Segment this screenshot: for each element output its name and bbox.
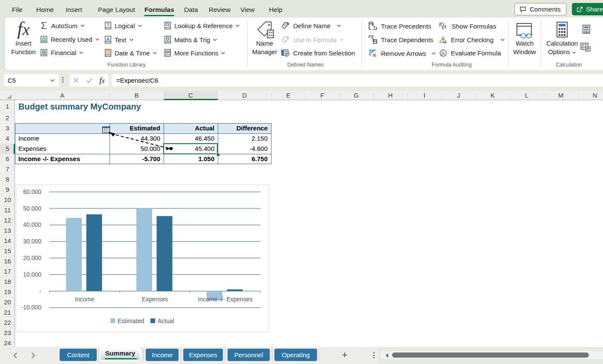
svg-text:-10.000: -10.000 <box>21 304 42 311</box>
svg-text:60.000: 60.000 <box>23 188 41 195</box>
svg-text:Estimated: Estimated <box>118 318 144 324</box>
svg-text:20.000: 20.000 <box>23 254 41 261</box>
svg-text:?: ? <box>107 22 110 27</box>
svg-text:fx: fx <box>285 39 288 43</box>
svg-text:A: A <box>106 37 110 42</box>
svg-text:Expenses: Expenses <box>142 296 168 303</box>
svg-text:30.000: 30.000 <box>23 238 41 245</box>
svg-text:Income -/- Expenses: Income -/- Expenses <box>198 296 252 303</box>
svg-text:Actual: Actual <box>158 318 174 324</box>
svg-text:fx: fx <box>441 50 445 56</box>
svg-text:40.000: 40.000 <box>23 221 41 228</box>
svg-text:10.000: 10.000 <box>23 271 41 278</box>
svg-text:fx: fx <box>442 23 447 29</box>
svg-text:50.000: 50.000 <box>23 205 41 212</box>
svg-text:Income: Income <box>75 296 95 303</box>
svg-text:-: - <box>39 288 41 295</box>
